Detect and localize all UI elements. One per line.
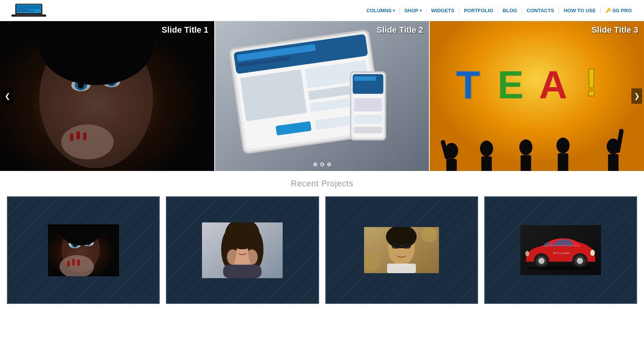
- project-card-4[interactable]: R8 5.2 quattro: [484, 196, 637, 304]
- project-image-2: [202, 222, 283, 278]
- slide-2: Slide Title 2: [214, 21, 429, 171]
- nav-item-widgets[interactable]: WIDGETS: [427, 8, 460, 13]
- nav-item-sg-pro[interactable]: 🔑 SG PRO: [601, 8, 636, 13]
- slide-1-title: Slide Title 1: [162, 25, 209, 35]
- svg-point-59: [520, 139, 533, 155]
- dot-1[interactable]: [313, 163, 317, 166]
- svg-point-98: [244, 243, 250, 247]
- slide-1: Slide Title 1: [0, 21, 214, 171]
- nav-item-portfolio[interactable]: PORTFOLIO: [459, 8, 498, 13]
- recent-projects-section: Recent Projects: [0, 171, 644, 314]
- nav-item-contacts[interactable]: CONTACTS: [522, 8, 559, 13]
- slide-3-image: T E A ! T: [430, 21, 644, 171]
- svg-point-115: [538, 258, 545, 264]
- svg-rect-61: [521, 155, 525, 171]
- slide-3-background: T E A ! T: [430, 21, 644, 171]
- svg-point-111: [422, 227, 437, 242]
- slider-prev-button[interactable]: ❮: [2, 88, 13, 104]
- laptop-logo-icon: [8, 1, 50, 20]
- svg-rect-99: [223, 265, 262, 278]
- svg-text:E: E: [498, 63, 524, 107]
- project-card-1[interactable]: [7, 196, 160, 304]
- svg-text:R8 5.2 quattro: R8 5.2 quattro: [553, 252, 570, 255]
- slide-2-image: [215, 21, 429, 171]
- nav-item-columns[interactable]: COLUMNS ▾: [362, 8, 400, 13]
- nav-item-blog[interactable]: BLOG: [498, 8, 522, 13]
- slide-2-background: [215, 21, 429, 171]
- svg-rect-74: [614, 154, 619, 171]
- svg-rect-37: [354, 98, 382, 111]
- project-image-3: [364, 227, 439, 273]
- svg-point-97: [234, 243, 240, 247]
- svg-rect-62: [527, 155, 531, 171]
- svg-rect-2: [17, 5, 40, 9]
- slider-next-button[interactable]: ❯: [631, 88, 642, 104]
- project-image-4: R8 5.2 quattro: [520, 225, 601, 275]
- svg-text:!: !: [585, 60, 598, 105]
- svg-rect-4: [17, 11, 35, 12]
- slide-1-background: [0, 21, 214, 171]
- svg-rect-55: [482, 156, 486, 171]
- slide-3-title: Slide Title 3: [591, 25, 638, 35]
- svg-rect-49: [453, 159, 457, 171]
- dot-2[interactable]: [320, 163, 324, 166]
- svg-point-101: [246, 249, 258, 265]
- project-card-3[interactable]: [325, 196, 478, 304]
- shop-dropdown-icon: ▾: [420, 8, 422, 13]
- svg-rect-68: [564, 153, 568, 171]
- main-nav: COLUMNS ▾ SHOP ▾ WIDGETS PORTFOLIO BLOG …: [362, 8, 636, 13]
- svg-point-121: [525, 251, 529, 256]
- columns-dropdown-icon: ▾: [393, 8, 395, 13]
- svg-rect-108: [400, 245, 402, 246]
- svg-point-118: [577, 258, 583, 264]
- svg-rect-48: [447, 159, 451, 171]
- project-image-1: [48, 224, 119, 276]
- slider-section: ❮ Slide Title 1: [0, 21, 644, 171]
- dot-3[interactable]: [327, 163, 331, 166]
- svg-rect-20: [0, 21, 214, 171]
- svg-text:A: A: [539, 63, 568, 107]
- svg-point-120: [590, 250, 595, 256]
- svg-rect-109: [387, 264, 416, 273]
- svg-point-65: [556, 138, 570, 153]
- svg-point-100: [227, 249, 238, 265]
- logo-area: [8, 1, 50, 20]
- svg-rect-56: [488, 156, 492, 171]
- svg-point-119: [526, 266, 595, 270]
- slider-dots: [313, 163, 331, 166]
- svg-rect-73: [608, 154, 613, 171]
- svg-rect-27: [240, 70, 307, 121]
- svg-rect-106: [392, 243, 400, 249]
- svg-point-53: [480, 141, 493, 156]
- svg-rect-91: [48, 224, 119, 276]
- recent-projects-title: Recent Projects: [0, 179, 644, 189]
- nav-item-how-to-use[interactable]: HOW TO USE: [559, 8, 601, 13]
- slide-3: Slide Title 3 T E A: [429, 21, 644, 171]
- svg-rect-67: [558, 153, 562, 171]
- svg-rect-38: [354, 115, 382, 124]
- header: COLUMNS ▾ SHOP ▾ WIDGETS PORTFOLIO BLOG …: [0, 0, 644, 21]
- nav-item-shop[interactable]: SHOP ▾: [400, 8, 427, 13]
- projects-grid: R8 5.2 quattro: [0, 196, 644, 310]
- svg-rect-3: [17, 10, 29, 10]
- svg-rect-107: [402, 243, 411, 249]
- slide-1-image: [0, 21, 214, 171]
- svg-rect-36: [354, 76, 376, 81]
- project-card-2[interactable]: [166, 196, 319, 304]
- key-icon: 🔑: [605, 8, 611, 13]
- svg-rect-6: [16, 15, 41, 16]
- slide-2-title: Slide Title 2: [376, 25, 423, 35]
- svg-text:T: T: [457, 63, 481, 108]
- svg-rect-39: [354, 127, 382, 133]
